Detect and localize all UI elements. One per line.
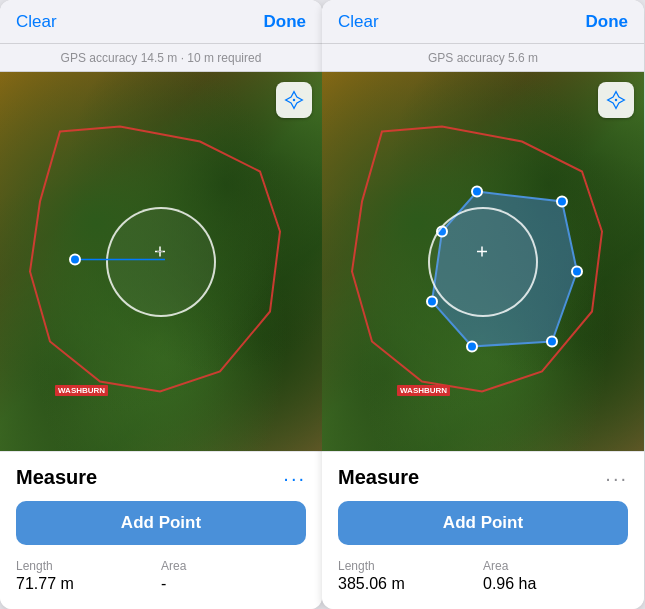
left-stat-length: Length 71.77 m: [16, 559, 161, 593]
right-crosshair: [322, 72, 644, 451]
right-panel: Clear Done GPS accuracy 5.6 m: [322, 0, 644, 609]
svg-point-5: [293, 99, 296, 102]
right-add-point-button[interactable]: Add Point: [338, 501, 628, 545]
left-clear-button[interactable]: Clear: [16, 12, 57, 32]
right-length-value: 385.06 m: [338, 575, 483, 593]
right-more-button[interactable]: ···: [605, 468, 628, 488]
svg-point-16: [615, 99, 618, 102]
right-measure-header: Measure ···: [338, 466, 628, 489]
right-clear-button[interactable]: Clear: [338, 12, 379, 32]
left-area-label: Area: [161, 559, 306, 573]
left-stats-row: Length 71.77 m Area -: [16, 559, 306, 593]
left-crosshair: [0, 72, 322, 451]
right-stats-row: Length 385.06 m Area 0.96 ha: [338, 559, 628, 593]
left-panel: Clear Done GPS accuracy 14.5 m · 10 m re…: [0, 0, 322, 609]
left-area-value: -: [161, 575, 306, 593]
left-done-button[interactable]: Done: [264, 12, 307, 32]
right-top-bar: Clear Done: [322, 0, 644, 44]
right-washburn-label: WASHBURN: [397, 385, 450, 396]
right-location-button[interactable]: [598, 82, 634, 118]
left-length-value: 71.77 m: [16, 575, 161, 593]
left-more-button[interactable]: ···: [283, 468, 306, 488]
right-stat-length: Length 385.06 m: [338, 559, 483, 593]
left-length-label: Length: [16, 559, 161, 573]
left-measure-title: Measure: [16, 466, 97, 489]
left-measure-header: Measure ···: [16, 466, 306, 489]
left-top-bar: Clear Done: [0, 0, 322, 44]
right-area-value: 0.96 ha: [483, 575, 628, 593]
left-gps-text: GPS accuracy 14.5 m · 10 m required: [61, 51, 262, 65]
left-location-button[interactable]: [276, 82, 312, 118]
left-compass-icon: [284, 90, 304, 110]
right-measure-title: Measure: [338, 466, 419, 489]
left-map[interactable]: WASHBURN: [0, 72, 322, 451]
right-length-label: Length: [338, 559, 483, 573]
left-bottom-panel: Measure ··· Add Point Length 71.77 m Are…: [0, 451, 322, 609]
right-compass-icon: [606, 90, 626, 110]
right-map[interactable]: WASHBURN: [322, 72, 644, 451]
left-stat-area: Area -: [161, 559, 306, 593]
right-done-button[interactable]: Done: [586, 12, 629, 32]
left-washburn-label: WASHBURN: [55, 385, 108, 396]
right-area-label: Area: [483, 559, 628, 573]
right-stat-area: Area 0.96 ha: [483, 559, 628, 593]
right-gps-bar: GPS accuracy 5.6 m: [322, 44, 644, 72]
right-gps-text: GPS accuracy 5.6 m: [428, 51, 538, 65]
right-bottom-panel: Measure ··· Add Point Length 385.06 m Ar…: [322, 451, 644, 609]
left-add-point-button[interactable]: Add Point: [16, 501, 306, 545]
left-gps-bar: GPS accuracy 14.5 m · 10 m required: [0, 44, 322, 72]
